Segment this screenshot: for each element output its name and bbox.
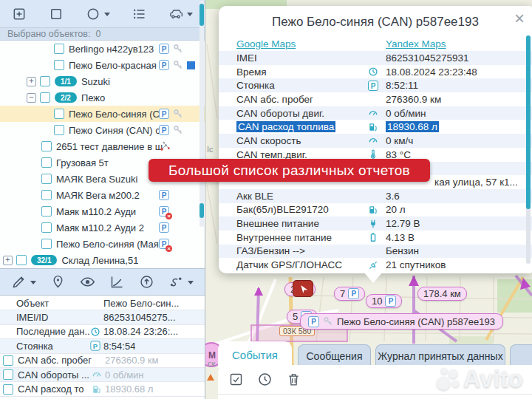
- toolbar-button-add-square[interactable]: [12, 7, 27, 21]
- info-value: 0 км/ч: [386, 135, 520, 146]
- history-icon[interactable]: [257, 372, 273, 387]
- tree-item[interactable]: Пежо Бело-синяя (СP: [0, 106, 205, 122]
- map-object-label[interactable]: 7P: [334, 287, 365, 301]
- action-button-eye[interactable]: [80, 274, 95, 290]
- tree-item-label: Пежо Бело-красная: [69, 60, 157, 71]
- action-button-edit[interactable]: [11, 274, 36, 290]
- map-object-label[interactable]: PПежо Бело-синяя (CAN) p587ee193: [300, 313, 503, 330]
- tab-1[interactable]: События: [218, 341, 292, 368]
- checkbox[interactable]: [41, 157, 52, 168]
- property-value: Пежо Бело-син...: [103, 298, 179, 309]
- objects-tree: Berlingo н422ув123PПежо Бело-краснаяP+1/…: [0, 41, 205, 268]
- info-row[interactable]: IMEI862531045275931: [219, 51, 532, 65]
- info-row[interactable]: CAN обороты двиг.0 об/мин: [219, 106, 532, 120]
- expand-icon[interactable]: +: [27, 77, 36, 86]
- checkbox[interactable]: [41, 239, 52, 249]
- tab-extra[interactable]: [510, 344, 532, 366]
- checkbox[interactable]: [41, 141, 52, 151]
- info-row[interactable]: ГАЗ/Бензин -->Бензин: [219, 245, 532, 259]
- checkbox[interactable]: [41, 206, 52, 216]
- info-row[interactable]: CAN скорость0 км/ч: [219, 134, 532, 148]
- tab-2[interactable]: Сообщения: [298, 344, 371, 366]
- property-row[interactable]: СтоянкаP8:54:54: [0, 339, 205, 353]
- vehicle-marker[interactable]: [293, 280, 313, 297]
- info-row[interactable]: Внешнее питание12.79 В: [219, 216, 532, 231]
- yandex-maps-link[interactable]: Yandex Maps: [386, 38, 446, 50]
- tree-scrollbar[interactable]: [200, 1, 204, 227]
- checkbox[interactable]: [41, 222, 52, 233]
- map-label-text: 178.4 км: [423, 288, 461, 299]
- parking-icon: P: [159, 125, 169, 135]
- tree-item[interactable]: +32/1Склад Ленина,51: [0, 252, 205, 268]
- map-object-label[interactable]: 178.4 км: [417, 287, 467, 301]
- checkbox[interactable]: [54, 109, 64, 119]
- map-object-label[interactable]: 10P: [366, 294, 402, 308]
- expand-icon[interactable]: +: [3, 256, 13, 265]
- tree-item[interactable]: −2/2Пежо: [0, 89, 205, 106]
- property-row[interactable]: CAN абс. пробег276360.9 км: [0, 354, 205, 368]
- property-row[interactable]: ОбъектПежо Бело-син...: [0, 296, 205, 310]
- tree-item[interactable]: +1/1Suzuki: [0, 73, 205, 89]
- checkbox[interactable]: [41, 174, 52, 184]
- action-button-chart[interactable]: [109, 274, 125, 290]
- info-label: ГАЗ/Бензин -->: [236, 245, 368, 256]
- info-label: Стоянка: [236, 80, 368, 91]
- info-row[interactable]: CAN расход топлива18930.68 л: [219, 120, 532, 134]
- tree-item[interactable]: Пежо Бело-краснаяP: [0, 57, 205, 73]
- checkbox[interactable]: [40, 92, 50, 103]
- tree-item[interactable]: Пежо Синяя (CAN) сP: [0, 122, 205, 138]
- tree-item[interactable]: Маяк м110.2 Ауди 2P: [0, 219, 205, 236]
- toolbar-button-vehicle-filter[interactable]: [168, 7, 193, 21]
- info-row[interactable]: Бак(65л)BLE29172020 л: [219, 203, 532, 217]
- battery-icon: [368, 232, 378, 242]
- info-icon-cell: P: [368, 81, 386, 91]
- delete-icon[interactable]: [286, 372, 301, 387]
- info-row[interactable]: CAN абс. пробег276360.9 км: [219, 92, 532, 106]
- property-label: CAN абс. пробег: [18, 355, 92, 366]
- popup-scrollbar[interactable]: [526, 35, 531, 264]
- property-row[interactable]: IMEI/ID862531045275...: [0, 310, 205, 324]
- checkbox[interactable]: [54, 44, 64, 54]
- toolbar-button-list-view[interactable]: [132, 7, 146, 21]
- checkbox[interactable]: [16, 255, 27, 265]
- action-button-location-pin[interactable]: [50, 274, 66, 290]
- checkbox[interactable]: [54, 60, 64, 70]
- checkbox[interactable]: [54, 125, 64, 135]
- checkbox[interactable]: [3, 355, 13, 366]
- tree-item[interactable]: Маяк м110.2 АудиP: [0, 203, 205, 219]
- tab-3[interactable]: Журнал принятых данных: [375, 344, 505, 366]
- key-icon: [322, 316, 334, 327]
- toolbar-button-circle-select[interactable]: [86, 7, 110, 21]
- property-row[interactable]: CAN расход то18930.68 л: [0, 382, 205, 396]
- group-count-badge: 1/1: [55, 76, 77, 86]
- property-row[interactable]: Последние дан...18.08.24 23:26:...: [0, 325, 205, 339]
- clock-icon: [368, 66, 378, 77]
- toolbar-button-selection-square[interactable]: [49, 7, 64, 21]
- info-row[interactable]: Время18.08.2024 23:23:48: [219, 65, 532, 79]
- checkbox[interactable]: [41, 190, 52, 200]
- property-row[interactable]: CAN обороты ...0 об/мин: [0, 368, 205, 382]
- tree-item[interactable]: Berlingo н422ув123P: [0, 41, 205, 57]
- tree-item[interactable]: МАЯК Вега м200.2P: [0, 187, 205, 203]
- tree-item[interactable]: 2651 тест давление в ш: [0, 138, 205, 154]
- collapse-icon[interactable]: −: [27, 93, 36, 103]
- select-all-icon[interactable]: [228, 372, 244, 387]
- tree-item[interactable]: Пежо Бело-синяя (МаяP: [0, 236, 205, 252]
- checkbox[interactable]: [40, 76, 50, 86]
- info-row[interactable]: СтоянкаP8:52:11: [219, 78, 532, 92]
- action-button-route[interactable]: [168, 274, 194, 290]
- eye-icon: [80, 274, 95, 290]
- checkbox[interactable]: [3, 369, 13, 380]
- info-row[interactable]: Датчик GPS/ГЛОНАСС21 спутников: [219, 258, 532, 272]
- action-button-upload[interactable]: [139, 274, 154, 290]
- selected-objects-count: 0: [95, 29, 100, 39]
- tree-item-icons: P: [159, 106, 184, 122]
- info-value: 12.79 В: [386, 218, 520, 229]
- close-icon[interactable]: ×: [514, 9, 525, 28]
- selection-square-icon: [49, 7, 64, 21]
- info-row[interactable]: Внутреннее питание4.13 В: [219, 231, 532, 245]
- tree-item-icons: [159, 138, 171, 154]
- checkbox[interactable]: [3, 384, 13, 395]
- info-row[interactable]: Акк BLE3.6: [219, 189, 532, 203]
- google-maps-link[interactable]: Google Maps: [236, 38, 386, 50]
